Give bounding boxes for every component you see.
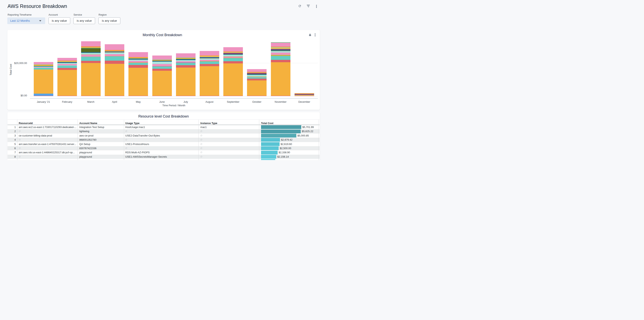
svg-text:April: April — [112, 100, 117, 103]
svg-text:November: November — [275, 100, 287, 103]
svg-text:January '21: January '21 — [37, 100, 50, 103]
svg-text:$0.00: $0.00 — [20, 94, 27, 97]
svg-text:September: September — [227, 100, 240, 103]
svg-text:$20,000.00: $20,000.00 — [14, 62, 27, 65]
svg-text:December: December — [298, 100, 310, 103]
svg-text:July: July — [184, 100, 188, 103]
svg-text:February: February — [62, 100, 72, 103]
svg-text:March: March — [87, 100, 94, 103]
svg-text:August: August — [206, 100, 214, 103]
svg-text:June: June — [159, 100, 165, 103]
svg-text:Time Period / Month: Time Period / Month — [162, 104, 186, 107]
svg-text:Total Cost: Total Cost — [9, 64, 12, 75]
svg-text:October: October — [252, 100, 262, 103]
svg-text:May: May — [136, 100, 141, 103]
